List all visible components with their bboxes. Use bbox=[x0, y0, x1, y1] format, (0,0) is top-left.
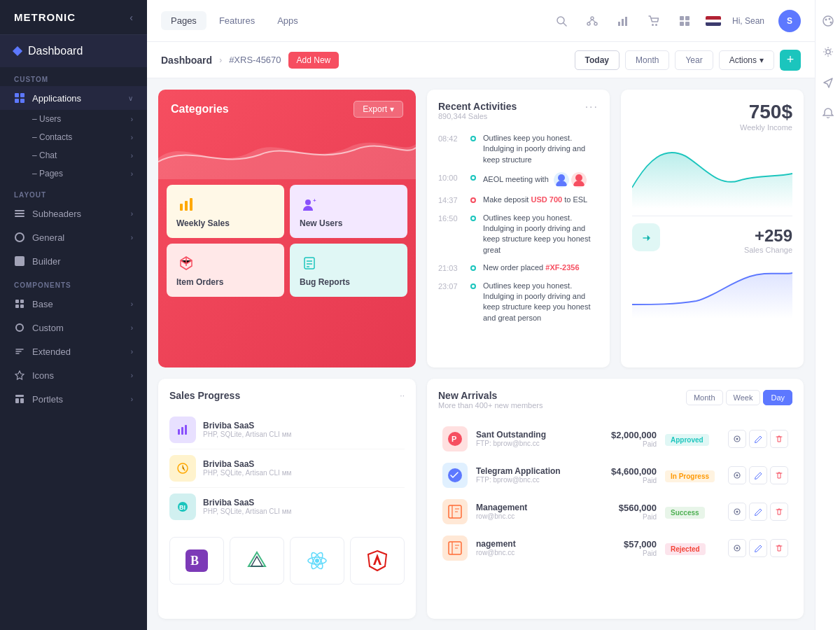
svg-rect-26 bbox=[185, 201, 188, 211]
arrivals-table: P Sant Outstanding FTP: bprow@bnc.cc $2,… bbox=[438, 421, 792, 566]
activities-menu-icon[interactable]: ··· bbox=[585, 101, 598, 113]
view-button[interactable] bbox=[728, 430, 746, 448]
period-month-button[interactable]: Month bbox=[625, 50, 669, 70]
view-button[interactable] bbox=[728, 503, 746, 521]
sales-menu-icon[interactable]: ·· bbox=[400, 391, 405, 400]
sidebar-item-chat[interactable]: – Chat› bbox=[0, 146, 147, 164]
arrivals-subtitle: More than 400+ new members bbox=[438, 401, 543, 410]
svg-rect-3 bbox=[20, 304, 24, 308]
status-badge-progress: In Progress bbox=[665, 470, 715, 482]
sidebar-item-contacts[interactable]: – Contacts› bbox=[0, 128, 147, 146]
svg-rect-1 bbox=[20, 300, 24, 303]
period-year-button[interactable]: Year bbox=[675, 50, 713, 70]
content-grid: Categories Export ▾ Weekly Sales bbox=[147, 78, 815, 630]
sidebar-item-extended[interactable]: Extended › bbox=[0, 340, 147, 363]
nav-tab-pages[interactable]: Pages bbox=[161, 11, 206, 30]
activities-header: Recent Activities 890,344 Sales ··· bbox=[438, 101, 598, 130]
svg-point-67 bbox=[830, 22, 832, 24]
tile-bug-reports[interactable]: Bug Reports bbox=[290, 244, 407, 297]
svg-text:B: B bbox=[190, 554, 199, 568]
sidebar-item-pages[interactable]: – Pages› bbox=[0, 164, 147, 183]
icons-arrow: › bbox=[131, 372, 133, 379]
chart-icon[interactable] bbox=[613, 11, 633, 31]
arrivals-title: New Arrivals bbox=[438, 390, 543, 401]
subheaders-arrow: › bbox=[131, 210, 133, 218]
arrivals-week-button[interactable]: Week bbox=[726, 390, 761, 405]
svg-rect-16 bbox=[618, 22, 620, 26]
income-card: 750$ Weekly Income bbox=[621, 90, 804, 368]
sidebar-item-subheaders[interactable]: Subheaders › bbox=[0, 202, 147, 225]
base-arrow: › bbox=[131, 300, 133, 308]
sidebar-item-builder[interactable]: Builder bbox=[0, 249, 147, 273]
export-button[interactable]: Export ▾ bbox=[354, 101, 403, 118]
sidebar-item-applications[interactable]: Applications ∨ bbox=[0, 86, 147, 110]
tile-item-orders[interactable]: Item Orders bbox=[167, 244, 284, 297]
new-users-icon: + bbox=[300, 195, 319, 214]
delete-button[interactable] bbox=[770, 503, 788, 521]
bootstrap-card[interactable]: B bbox=[169, 537, 224, 584]
vue-card[interactable] bbox=[230, 537, 284, 584]
nav-tab-features[interactable]: Features bbox=[209, 11, 265, 30]
sant-icon: P bbox=[442, 426, 468, 451]
connections-icon[interactable] bbox=[582, 11, 602, 31]
edit-button[interactable] bbox=[749, 539, 767, 557]
rt-settings-icon[interactable] bbox=[818, 42, 838, 62]
tile-new-users[interactable]: + New Users bbox=[290, 185, 407, 238]
react-card[interactable] bbox=[290, 537, 344, 584]
rt-send-icon[interactable] bbox=[818, 73, 838, 92]
delete-button[interactable] bbox=[770, 466, 788, 484]
sidebar-item-portlets[interactable]: Portlets › bbox=[0, 387, 147, 411]
subheaders-icon bbox=[14, 208, 25, 219]
edit-button[interactable] bbox=[749, 466, 767, 484]
svg-point-28 bbox=[305, 200, 311, 205]
svg-marker-45 bbox=[248, 552, 265, 566]
rt-notification-icon[interactable] bbox=[818, 104, 838, 123]
svg-point-63 bbox=[736, 547, 738, 549]
sidebar-collapse-icon[interactable]: ‹ bbox=[130, 12, 133, 23]
sidebar-dashboard-item[interactable]: Dashboard bbox=[0, 35, 147, 67]
sidebar-item-icons[interactable]: Icons › bbox=[0, 363, 147, 387]
tile-weekly-sales[interactable]: Weekly Sales bbox=[167, 185, 284, 238]
builder-icon bbox=[14, 255, 25, 267]
nav-tab-apps[interactable]: Apps bbox=[267, 11, 308, 30]
sidebar-item-general[interactable]: General › bbox=[0, 225, 147, 249]
view-button[interactable] bbox=[728, 539, 746, 557]
grid-icon[interactable] bbox=[675, 11, 694, 31]
icons-label: Icons bbox=[32, 370, 54, 381]
arrivals-day-button[interactable]: Day bbox=[763, 390, 792, 405]
sidebar-item-users[interactable]: – Users› bbox=[0, 110, 147, 128]
svg-rect-18 bbox=[625, 17, 627, 26]
search-icon[interactable] bbox=[552, 11, 571, 31]
arrivals-month-button[interactable]: Month bbox=[686, 390, 723, 405]
sidebar-section-layout: LAYOUT bbox=[0, 183, 147, 202]
cart-icon[interactable] bbox=[644, 11, 664, 31]
rt-palette-icon[interactable] bbox=[818, 11, 838, 31]
add-new-button[interactable]: Add New bbox=[288, 52, 340, 69]
activity-item: 08:42 Outlines keep you honest. Indulgin… bbox=[438, 133, 598, 165]
wave-chart bbox=[158, 123, 416, 179]
delete-button[interactable] bbox=[770, 430, 788, 448]
activity-item: 14:37 Make deposit USD 700 to ESL bbox=[438, 195, 598, 205]
add-plus-button[interactable]: + bbox=[780, 50, 801, 71]
language-flag[interactable] bbox=[706, 16, 721, 26]
svg-rect-2 bbox=[15, 304, 19, 308]
edit-button[interactable] bbox=[749, 503, 767, 521]
applications-arrow: ∨ bbox=[128, 94, 133, 102]
edit-button[interactable] bbox=[749, 430, 767, 448]
period-today-button[interactable]: Today bbox=[575, 50, 620, 70]
actions-button[interactable]: Actions ▾ bbox=[719, 50, 774, 70]
view-button[interactable] bbox=[728, 466, 746, 484]
sales-change-label: Sales Change bbox=[744, 246, 792, 254]
delete-button[interactable] bbox=[770, 539, 788, 557]
income-chart bbox=[632, 139, 792, 209]
angular-card[interactable] bbox=[350, 537, 405, 584]
svg-marker-5 bbox=[15, 371, 24, 379]
table-row: Management row@bnc.cc $560,000 Paid Succ… bbox=[438, 493, 792, 530]
user-avatar[interactable]: S bbox=[778, 10, 801, 32]
sidebar-item-custom[interactable]: Custom › bbox=[0, 316, 147, 340]
sidebar-logo-area: METRONIC ‹ bbox=[0, 0, 147, 35]
table-row: P Sant Outstanding FTP: bprow@bnc.cc $2,… bbox=[438, 421, 792, 457]
sales-progress-title: Sales Progress bbox=[169, 390, 240, 401]
sidebar-item-base[interactable]: Base › bbox=[0, 292, 147, 316]
base-icon bbox=[14, 298, 25, 309]
